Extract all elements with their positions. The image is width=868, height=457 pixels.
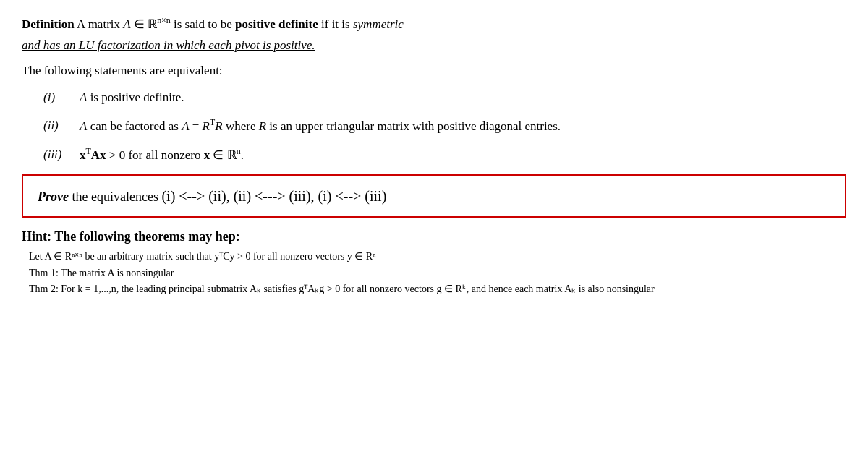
statement-label-i: (i) bbox=[43, 88, 80, 107]
statement-content-ii: A can be factored as A = RTR where R is … bbox=[80, 116, 846, 135]
hint-subtitle: The following theorems may hep: bbox=[51, 229, 240, 244]
statement-label-ii: (ii) bbox=[43, 116, 80, 135]
definition-keyword: Definition bbox=[22, 17, 75, 31]
statement-item-i: (i) A is positive definite. bbox=[43, 88, 846, 107]
hint-item-2: Thm 2: For k = 1,...,n, the leading prin… bbox=[29, 281, 846, 297]
statements-intro: The following statements are equivalent: bbox=[22, 64, 846, 78]
statement-content-i: A is positive definite. bbox=[80, 88, 846, 107]
definition-underline-text: and has an LU factorization in which eac… bbox=[22, 38, 315, 52]
statement-item-ii: (ii) A can be factored as A = RTR where … bbox=[43, 116, 846, 135]
equivalences-text: (i) <--> (ii), (ii) <---> (iii), (i) <--… bbox=[161, 188, 386, 204]
prove-box: Prove the equivalences (i) <--> (ii), (i… bbox=[22, 174, 846, 218]
definition-text1: A matrix A ∈ ℝn×n is said to be bbox=[77, 17, 235, 31]
prove-label: Prove bbox=[38, 189, 69, 204]
hint-content: Let A ∈ Rⁿˣⁿ be an arbitrary matrix such… bbox=[29, 249, 846, 297]
hint-block: Hint: The following theorems may hep: Le… bbox=[22, 229, 846, 297]
hint-item-0: Let A ∈ Rⁿˣⁿ be an arbitrary matrix such… bbox=[29, 249, 846, 265]
definition-line2: and has an LU factorization in which eac… bbox=[22, 36, 846, 55]
main-content: Definition A matrix A ∈ ℝn×n is said to … bbox=[22, 14, 846, 298]
statement-content-iii: xTAx > 0 for all nonzero x ∈ ℝn. bbox=[80, 145, 846, 164]
hint-title: Hint: The following theorems may hep: bbox=[22, 229, 846, 244]
prove-text: the equivalences bbox=[69, 189, 161, 204]
hint-keyword: Hint: bbox=[22, 229, 51, 244]
hint-item-1: Thm 1: The matrix A is nonsingular bbox=[29, 265, 846, 281]
positive-definite-keyword: positive definite bbox=[235, 17, 318, 31]
statement-list: (i) A is positive definite. (ii) A can b… bbox=[43, 88, 846, 165]
statement-item-iii: (iii) xTAx > 0 for all nonzero x ∈ ℝn. bbox=[43, 145, 846, 164]
statement-label-iii: (iii) bbox=[43, 145, 80, 164]
definition-line1: Definition A matrix A ∈ ℝn×n is said to … bbox=[22, 14, 846, 33]
definition-block: Definition A matrix A ∈ ℝn×n is said to … bbox=[22, 14, 846, 55]
definition-text2: if it is symmetric bbox=[321, 17, 404, 31]
